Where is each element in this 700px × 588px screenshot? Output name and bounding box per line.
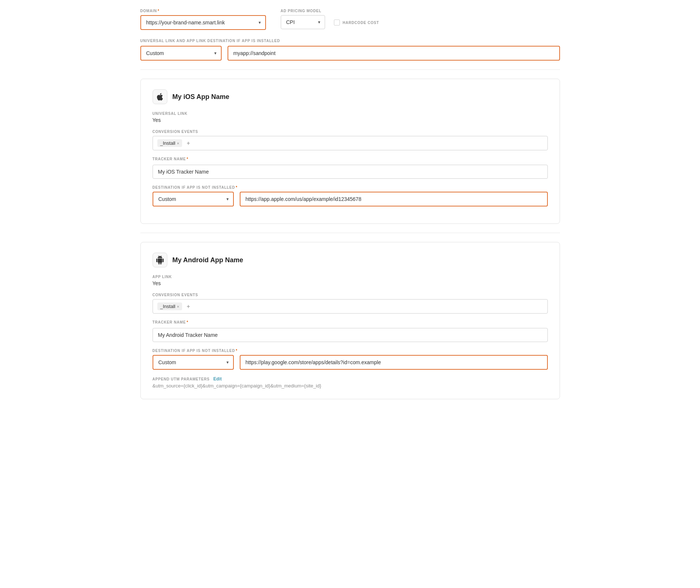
- ios-destination-dropdown-wrapper[interactable]: Custom ▾: [153, 192, 234, 206]
- ios-install-tag-text: _Install: [160, 140, 175, 146]
- ios-destination-field: DESTINATION IF APP IS NOT INSTALLED* Cus…: [153, 185, 548, 206]
- android-app-name: My Android App Name: [173, 256, 243, 264]
- ios-tracker-name-label-text: TRACKER NAME: [153, 157, 186, 161]
- android-app-link-label: APP LINK: [153, 275, 548, 279]
- domain-label-text: DOMAIN: [140, 9, 157, 13]
- ios-install-tag: _Install ×: [157, 139, 182, 147]
- universal-link-dropdown[interactable]: Custom: [146, 50, 208, 56]
- ad-pricing-row: CPI ▾ HARDCODE COST: [281, 15, 379, 29]
- ad-pricing-label: AD PRICING MODEL: [281, 9, 379, 13]
- divider-2: [140, 233, 560, 233]
- android-tracker-required-star: *: [187, 320, 188, 324]
- ios-tracker-name-label: TRACKER NAME*: [153, 157, 548, 161]
- android-app-link-field: APP LINK Yes: [153, 275, 548, 286]
- ios-universal-link-value: Yes: [153, 117, 548, 123]
- android-tracker-name-input[interactable]: [153, 328, 548, 342]
- android-tag-add-button[interactable]: +: [187, 303, 190, 310]
- ios-app-header: My iOS App Name: [153, 89, 548, 104]
- cpi-select[interactable]: CPI: [286, 19, 311, 25]
- android-destination-row: Custom ▾: [153, 355, 548, 370]
- android-install-tag: _Install ×: [157, 302, 182, 310]
- ios-destination-chevron-icon: ▾: [226, 196, 229, 202]
- domain-label: DOMAIN*: [140, 9, 266, 13]
- android-tracker-name-field: TRACKER NAME*: [153, 320, 548, 342]
- android-install-tag-text: _Install: [160, 304, 175, 309]
- domain-select[interactable]: https://your-brand-name.smart.link: [146, 20, 252, 25]
- android-destination-label: DESTINATION IF APP IS NOT INSTALLED*: [153, 349, 548, 353]
- ios-app-icon: [153, 89, 167, 104]
- hardcode-label: HARDCODE COST: [343, 21, 379, 25]
- page-container: DOMAIN* https://your-brand-name.smart.li…: [129, 0, 572, 417]
- android-app-section: My Android App Name APP LINK Yes CONVERS…: [140, 242, 560, 399]
- ios-conversion-events-label: CONVERSION EVENTS: [153, 130, 548, 134]
- android-conversion-events-label: CONVERSION EVENTS: [153, 293, 548, 297]
- domain-required-star: *: [158, 9, 160, 13]
- ios-destination-label: DESTINATION IF APP IS NOT INSTALLED*: [153, 185, 548, 189]
- domain-field-group: DOMAIN* https://your-brand-name.smart.li…: [140, 9, 266, 30]
- android-conversion-events-field: CONVERSION EVENTS _Install × +: [153, 293, 548, 314]
- ios-app-section: My iOS App Name UNIVERSAL LINK Yes CONVE…: [140, 79, 560, 224]
- ios-destination-dropdown[interactable]: Custom: [158, 196, 220, 202]
- ios-tracker-required-star: *: [187, 157, 188, 161]
- ios-destination-required-star: *: [236, 185, 238, 189]
- ios-destination-label-text: DESTINATION IF APP IS NOT INSTALLED: [153, 185, 235, 189]
- android-tracker-name-label: TRACKER NAME*: [153, 320, 548, 324]
- android-destination-field: DESTINATION IF APP IS NOT INSTALLED* Cus…: [153, 349, 548, 370]
- universal-link-section: UNIVERSAL LINK AND APP LINK DESTINATION …: [140, 39, 560, 61]
- universal-link-inputs: Custom ▾: [140, 46, 560, 61]
- utm-edit-link[interactable]: Edit: [213, 376, 222, 382]
- cpi-select-wrapper[interactable]: CPI ▾: [281, 15, 325, 29]
- android-destination-chevron-icon: ▾: [226, 360, 229, 365]
- hardcode-checkbox[interactable]: [334, 20, 340, 25]
- universal-link-section-label: UNIVERSAL LINK AND APP LINK DESTINATION …: [140, 39, 560, 43]
- ios-conversion-events-box: _Install × +: [153, 136, 548, 150]
- android-conversion-events-box: _Install × +: [153, 299, 548, 314]
- ad-pricing-group: AD PRICING MODEL CPI ▾ HARDCODE COST: [281, 9, 379, 29]
- ios-universal-link-label: UNIVERSAL LINK: [153, 112, 548, 116]
- utm-value: &utm_source={click_id}&utm_campaign={cam…: [153, 383, 548, 389]
- android-icon: [156, 256, 164, 264]
- android-app-icon: [153, 253, 167, 267]
- divider-1: [140, 69, 560, 70]
- android-destination-required-star: *: [236, 349, 238, 353]
- apple-icon: [156, 92, 164, 101]
- ios-app-name: My iOS App Name: [173, 93, 229, 101]
- ios-tag-add-button[interactable]: +: [187, 140, 190, 147]
- universal-link-url-input[interactable]: [228, 46, 560, 61]
- universal-link-chevron-icon: ▾: [214, 51, 216, 56]
- universal-link-dropdown-wrapper[interactable]: Custom ▾: [140, 46, 222, 61]
- android-destination-url-input[interactable]: [240, 355, 548, 370]
- ios-conversion-events-field: CONVERSION EVENTS _Install × +: [153, 130, 548, 150]
- utm-section: APPEND UTM PARAMETERS Edit &utm_source={…: [153, 376, 548, 389]
- domain-select-wrapper[interactable]: https://your-brand-name.smart.link ▾: [140, 15, 266, 30]
- cpi-chevron-icon: ▾: [318, 20, 320, 25]
- android-tracker-name-label-text: TRACKER NAME: [153, 320, 186, 324]
- hardcode-row: HARDCODE COST: [334, 20, 379, 29]
- top-row: DOMAIN* https://your-brand-name.smart.li…: [140, 9, 560, 30]
- utm-label-row: APPEND UTM PARAMETERS Edit: [153, 376, 548, 382]
- android-destination-label-text: DESTINATION IF APP IS NOT INSTALLED: [153, 349, 235, 353]
- android-install-tag-close[interactable]: ×: [177, 304, 179, 309]
- android-destination-dropdown[interactable]: Custom: [158, 359, 220, 365]
- ios-install-tag-close[interactable]: ×: [177, 141, 179, 146]
- domain-chevron-icon: ▾: [259, 20, 261, 25]
- ios-destination-url-input[interactable]: [240, 192, 548, 206]
- android-destination-dropdown-wrapper[interactable]: Custom ▾: [153, 355, 234, 370]
- ios-universal-link-field: UNIVERSAL LINK Yes: [153, 112, 548, 123]
- ios-destination-row: Custom ▾: [153, 192, 548, 206]
- ios-tracker-name-field: TRACKER NAME*: [153, 157, 548, 179]
- android-app-link-value: Yes: [153, 280, 548, 286]
- ios-tracker-name-input[interactable]: [153, 165, 548, 179]
- android-app-header: My Android App Name: [153, 253, 548, 267]
- utm-label: APPEND UTM PARAMETERS: [153, 377, 210, 381]
